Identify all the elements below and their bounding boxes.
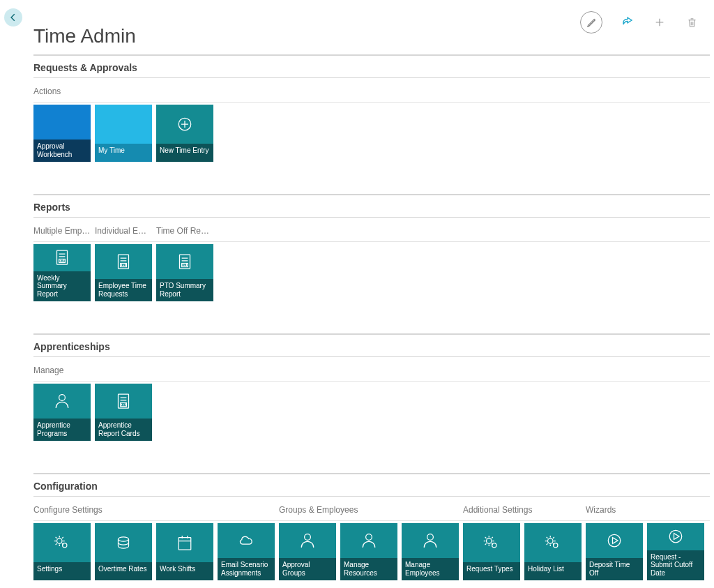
tile-overtime-rates[interactable]: Overtime Rates [95,523,152,580]
tile-settings[interactable]: Settings [33,523,91,580]
tile-label: Holiday List [524,562,582,580]
tile-apprentice-report-cards[interactable]: Apprentice Report Cards [95,384,152,441]
tile-request-submit-cutoff-date[interactable]: Request - Submit Cutoff Date [647,523,704,580]
tile-email-scenario-assignments[interactable]: Email Scenario Assignments [218,523,275,580]
svg-point-7 [59,395,66,401]
tile-my-time[interactable]: My Time [95,105,152,162]
report-icon [95,384,152,419]
trash-icon [687,17,697,29]
tile-label: Manage Resources [340,558,397,580]
pencil-icon [586,17,597,28]
none-icon [95,105,152,144]
group-label: Individual Emplo... [95,226,152,239]
tile-label: Manage Employees [402,558,459,580]
group-label: Wizards [586,505,704,518]
svg-point-12 [119,537,129,541]
tile-label: Deposit Time Off [586,558,643,580]
person-icon [402,523,459,558]
group-label: Multiple Employ... [33,226,91,239]
svg-point-20 [554,543,558,548]
tile-label: Employee Time Requests [95,279,152,301]
report-icon [95,244,152,279]
tile-request-types[interactable]: Request Types [463,523,520,580]
edit-button[interactable] [580,11,602,33]
tile-label: Work Shifts [156,562,213,580]
calendar-icon [156,523,213,562]
tile-weekly-summary-report[interactable]: Weekly Summary Report [33,244,91,301]
none-icon [33,105,91,140]
tile-pto-summary-report[interactable]: PTO Summary Report [156,244,213,301]
group-label: Groups & Employees [279,505,459,518]
group-label: Time Off Reports [156,226,213,239]
svg-point-14 [305,534,311,541]
tile-label: Settings [33,562,91,580]
group-label: Additional Settings [463,505,582,518]
tile-approval-groups[interactable]: Approval Groups [279,523,336,580]
tile-label: Request Types [463,562,520,580]
gears-icon [524,523,582,562]
person-icon [279,523,336,558]
plus-icon [654,17,665,28]
tile-label: Approval Groups [279,558,336,580]
section-title-apprenticeships: Apprenticeships [33,341,710,352]
tile-holiday-list[interactable]: Holiday List [524,523,582,580]
add-button[interactable] [653,15,667,29]
tile-work-shifts[interactable]: Work Shifts [156,523,213,580]
person-icon [340,523,397,558]
svg-point-18 [492,543,496,548]
tile-label: Weekly Summary Report [33,271,91,302]
svg-point-17 [487,538,492,544]
tile-label: Apprentice Programs [33,419,91,441]
coins-icon [95,523,152,562]
section-title-configuration: Configuration [33,481,710,492]
share-button[interactable] [621,15,635,29]
tile-label: My Time [95,144,152,162]
group-label: Manage [33,365,152,378]
back-button[interactable] [4,8,22,27]
section-title-reports: Reports [33,202,710,213]
svg-point-16 [427,534,434,541]
tile-employee-time-requests[interactable]: Employee Time Requests [95,244,152,301]
gears-icon [463,523,520,562]
gears-icon [33,523,91,562]
tile-approval-workbench[interactable]: Approval Workbench [33,105,91,162]
svg-point-11 [63,543,67,548]
section-title-requests: Requests & Approvals [33,62,710,73]
delete-button[interactable] [685,15,699,29]
svg-point-15 [366,534,372,541]
play-icon [647,523,704,550]
tile-new-time-entry[interactable]: New Time Entry [156,105,213,162]
group-label: Actions [33,86,213,99]
plus-circle-icon [156,105,213,144]
svg-point-19 [548,538,554,544]
tile-label: Email Scenario Assignments [218,558,275,580]
tile-label: PTO Summary Report [156,279,213,301]
play-icon [586,523,643,558]
svg-point-10 [57,538,63,544]
tile-manage-resources[interactable]: Manage Resources [340,523,397,580]
svg-rect-13 [178,538,191,550]
report-icon [156,244,213,279]
tile-label: Approval Workbench [33,140,91,162]
person-icon [33,384,91,419]
tile-label: Overtime Rates [95,562,152,580]
tile-label: New Time Entry [156,144,213,162]
tile-manage-employees[interactable]: Manage Employees [402,523,459,580]
tile-label: Request - Submit Cutoff Date [647,550,704,581]
tile-apprentice-programs[interactable]: Apprentice Programs [33,384,91,441]
arrow-left-icon [8,13,18,22]
report-icon [33,244,91,271]
share-icon [621,16,634,29]
tile-label: Apprentice Report Cards [95,419,152,441]
group-label: Configure Settings [33,505,275,518]
page-title: Time Admin [33,25,136,47]
cloud-icon [218,523,275,558]
tile-deposit-time-off[interactable]: Deposit Time Off [586,523,643,580]
